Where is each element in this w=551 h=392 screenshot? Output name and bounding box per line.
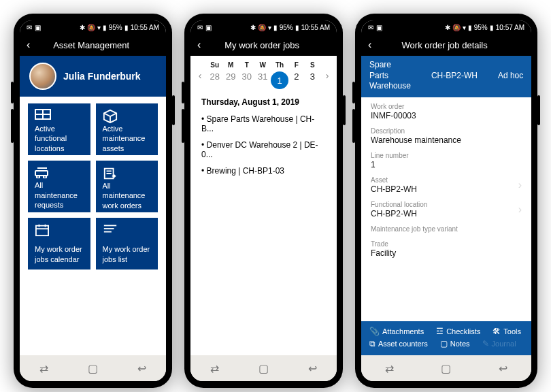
selected-date-label: Thursday, August 1, 2019	[190, 89, 337, 111]
avatar	[29, 63, 56, 90]
field-label: Asset	[371, 176, 522, 184]
signal-icon: ▮	[103, 24, 107, 31]
dow-label: Th	[271, 61, 288, 69]
tile-jobs-list[interactable]: My work order jobs list	[96, 218, 158, 270]
tab-asset-name[interactable]: Spare Parts Warehouse	[369, 60, 411, 92]
field-row: Maintenance job type variant	[371, 225, 522, 233]
field-row: TradeFacility	[371, 240, 522, 258]
job-list: • Spare Parts Warehouse | CH-B... • Denv…	[190, 111, 337, 179]
home-button[interactable]: ▢	[88, 362, 98, 375]
recents-button[interactable]: ⇄	[385, 362, 394, 375]
field-list: Work orderINMF-00003DescriptionWarehouse…	[361, 97, 531, 270]
list-item[interactable]: • Brewing | CH-BP1-03	[201, 163, 326, 179]
tile-label: Active maintenance assets	[103, 124, 152, 153]
back-button[interactable]: ↩	[308, 362, 317, 375]
paperclip-icon: 📎	[369, 327, 380, 336]
field-value	[371, 233, 522, 233]
tile-maintenance-requests[interactable]: All maintenance requests	[28, 161, 90, 212]
clock: 10:55 AM	[131, 24, 159, 31]
field-value: CH-BP2-WH	[371, 208, 522, 218]
svg-point-8	[37, 176, 39, 178]
app-bar: ‹ Asset Management	[20, 34, 166, 56]
tab-asset-id[interactable]: CH-BP2-WH	[431, 71, 478, 82]
field-value: CH-BP2-WH	[371, 184, 522, 194]
field-label: Description	[371, 127, 522, 135]
calendar-day[interactable]: 30	[239, 69, 255, 89]
home-button[interactable]: ▢	[441, 362, 451, 375]
action-bar: 📎Attachments ☲Checklists 🛠Tools ⧉Asset c…	[361, 321, 531, 355]
calendar-day[interactable]: 28	[207, 69, 223, 89]
tile-functional-locations[interactable]: Active functional locations	[28, 103, 90, 155]
notes-button[interactable]: ▢Notes	[440, 339, 470, 348]
home-button[interactable]: ▢	[258, 362, 269, 375]
clipboard-icon	[103, 166, 152, 181]
tab-adhoc[interactable]: Ad hoc	[498, 71, 523, 82]
android-nav: ⇄ ▢ ↩	[190, 355, 337, 381]
pen-icon: ✎	[482, 339, 489, 348]
status-bar: ✉ ▣ ✱ 🔕 ▾ ▮ 95% ▮ 10:55 AM	[20, 20, 166, 34]
calendar-day[interactable]: 3	[305, 69, 321, 89]
list-item[interactable]: • Denver DC Warehouse 2 | DE-0...	[201, 137, 326, 163]
asset-counters-button[interactable]: ⧉Asset counters	[369, 339, 428, 348]
clock: 10:55 AM	[301, 24, 330, 31]
tile-label: All maintenance work orders	[103, 181, 152, 210]
dow-label: M	[223, 61, 239, 69]
status-bar: ✉▣ ✱🔕▾▮ 95%▮ 10:57 AM	[361, 20, 531, 34]
mute-icon: 🔕	[87, 24, 95, 31]
dow-label: Su	[207, 61, 223, 69]
field-row: Work orderINMF-00003	[371, 103, 522, 120]
field-row[interactable]: AssetCH-BP2-WH	[371, 176, 522, 194]
prev-week-button[interactable]: ‹	[193, 70, 207, 81]
next-week-button[interactable]: ›	[320, 70, 334, 81]
box-icon	[103, 109, 152, 124]
svg-rect-7	[35, 171, 48, 176]
battery-text: 95%	[109, 24, 122, 31]
field-label: Trade	[371, 240, 522, 248]
svg-line-5	[110, 113, 116, 116]
status-bar: ✉▣ ✱🔕▾▮ 95%▮ 10:55 AM	[190, 20, 337, 34]
wifi-icon: ▾	[97, 24, 101, 31]
field-row[interactable]: Functional locationCH-BP2-WH	[371, 201, 522, 218]
clock: 10:57 AM	[496, 24, 524, 31]
field-label: Line number	[371, 152, 522, 159]
locations-icon	[35, 109, 84, 124]
svg-line-4	[103, 113, 110, 116]
back-button[interactable]: ↩	[137, 362, 146, 375]
calendar-icon	[35, 223, 84, 238]
checklist-icon: ☲	[436, 327, 444, 336]
tile-label: Active functional locations	[35, 124, 84, 153]
tile-label: All maintenance requests	[35, 180, 84, 210]
calendar-day[interactable]: 29	[223, 69, 239, 89]
calendar-strip: ‹ SuMTWThFS28293031123 ›	[190, 56, 337, 89]
calendar-day[interactable]: 31	[255, 69, 271, 89]
android-nav: ⇄ ▢ ↩	[20, 355, 166, 381]
page-title: Asset Management	[23, 40, 159, 50]
tile-jobs-calendar[interactable]: My work order jobs calendar	[28, 218, 90, 270]
tile-label: My work order jobs calendar	[35, 244, 84, 264]
tile-maintenance-assets[interactable]: Active maintenance assets	[96, 103, 158, 155]
field-value: Warehouse maintenance	[371, 135, 522, 145]
lines-icon	[103, 223, 152, 238]
tools-button[interactable]: 🛠Tools	[492, 327, 521, 336]
screenshot-icon: ▣	[35, 24, 41, 31]
calendar-day[interactable]: 2	[288, 69, 305, 89]
checklists-button[interactable]: ☲Checklists	[436, 327, 480, 336]
back-button[interactable]: ↩	[499, 362, 507, 375]
tile-label: My work order jobs list	[103, 244, 152, 264]
counter-icon: ⧉	[369, 339, 375, 348]
dow-label: S	[305, 61, 321, 69]
list-item[interactable]: • Spare Parts Warehouse | CH-B...	[201, 111, 326, 137]
calendar-day[interactable]: 1	[271, 69, 288, 89]
recents-button[interactable]: ⇄	[210, 362, 219, 375]
tile-work-orders[interactable]: All maintenance work orders	[96, 161, 158, 212]
battery-icon: ▮	[124, 24, 129, 31]
recents-button[interactable]: ⇄	[39, 362, 48, 375]
bluetooth-icon: ✱	[80, 24, 85, 31]
field-label: Maintenance job type variant	[371, 225, 522, 233]
app-bar: ‹ My work order jobs	[190, 34, 337, 56]
attachments-button[interactable]: 📎Attachments	[369, 327, 424, 336]
journal-button[interactable]: ✎Journal	[482, 339, 516, 348]
user-header[interactable]: Julia Funderburk	[20, 56, 166, 97]
page-title: My work order jobs	[194, 40, 330, 50]
android-nav: ⇄ ▢ ↩	[361, 355, 531, 381]
